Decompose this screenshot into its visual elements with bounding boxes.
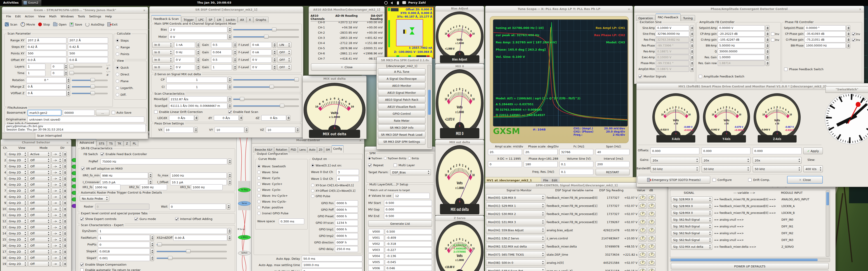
spinner[interactable] xyxy=(766,31,769,37)
mixer-flevel-field[interactable]: 0 V xyxy=(251,64,272,70)
close-icon[interactable]: × xyxy=(859,7,862,11)
scan-area-view[interactable] xyxy=(396,19,423,46)
movespd-slider[interactable] xyxy=(233,97,299,101)
wave-space-field[interactable]: 0.300 ms xyxy=(279,218,304,224)
gpio-field[interactable]: 0000 h xyxy=(335,207,358,213)
basename-field[interactable]: mark3-gen2 xyxy=(28,110,61,115)
signal-combo[interactable]: Sig: S62:Null-Signal xyxy=(671,230,712,236)
pac-field[interactable]: 0.18871 V xyxy=(656,66,689,72)
mixer-flevel-field[interactable]: 0 nA xyxy=(251,42,272,48)
open-button[interactable]: Open xyxy=(53,23,67,26)
fc-field[interactable]: 32766 xyxy=(559,149,593,155)
spinner[interactable] xyxy=(233,64,237,70)
spinner[interactable] xyxy=(846,43,850,48)
spinner[interactable] xyxy=(766,55,769,60)
spinner[interactable] xyxy=(63,225,67,230)
channel-dir-combo[interactable]: -> xyxy=(52,158,62,163)
rotation-field[interactable]: 0 ° xyxy=(26,77,66,83)
mixer-source-combo[interactable]: In 0 xyxy=(152,57,173,63)
spinner[interactable] xyxy=(196,64,200,70)
channel-view-combo[interactable]: Grey 2D xyxy=(7,237,28,242)
probe-dir-radio[interactable] xyxy=(368,157,371,160)
view-radio[interactable] xyxy=(116,93,119,96)
ci-phase-inv-checkbox[interactable] xyxy=(852,38,855,41)
tune-scope-titlebar[interactable]: Tune Scope -- X: PLL Res Amp LP Y: PLL R… xyxy=(485,6,633,12)
fb-switch-checkbox[interactable] xyxy=(101,153,104,156)
signal-combo[interactable]: Sig: S28:MIX 0 xyxy=(671,197,712,202)
tab[interactable]: TK xyxy=(115,140,123,146)
pac-field[interactable]: 1.88714 xyxy=(718,61,765,66)
show-expert-checkbox[interactable] xyxy=(80,217,84,221)
mv-field[interactable]: 0.500 xyxy=(384,200,432,206)
spinner[interactable] xyxy=(228,235,231,241)
view-radio[interactable] xyxy=(116,86,119,90)
cp-field[interactable]: 1 xyxy=(166,77,227,83)
signal-combo[interactable]: Sig: S28:MIX 0 xyxy=(671,203,712,209)
spinner[interactable] xyxy=(273,64,276,70)
spinner[interactable] xyxy=(846,31,850,37)
channel-dir-combo[interactable]: -> xyxy=(52,261,62,267)
channel-view-combo[interactable]: Grey 2D xyxy=(7,194,28,200)
voffset-slider[interactable] xyxy=(72,91,107,96)
gpio-field[interactable]: 250.0 ms xyxy=(335,246,358,252)
meter-icon-button[interactable] xyxy=(639,260,647,266)
pac-field[interactable]: 0.10000 V xyxy=(656,55,689,60)
monitor-signal-combo[interactable]: Mon[04]: S59:Bias Adjust xyxy=(486,227,545,234)
fastreturn-field[interactable]: 1 xyxy=(98,235,150,241)
channel-view-combo[interactable]: Grey 2D xyxy=(7,218,28,224)
emergency-stop-button[interactable]: Emergency STOP (GOTO Presets) xyxy=(638,176,710,183)
multi-layer-checkbox[interactable] xyxy=(394,164,397,167)
browse-button[interactable]: ... xyxy=(96,110,110,115)
offset-z-field[interactable]: 0.000 xyxy=(753,147,802,154)
diagram-node[interactable]: SERVO xyxy=(238,251,251,256)
meter-icon-button[interactable] xyxy=(648,243,655,249)
pac-field[interactable]: 0.00000 ° xyxy=(804,25,846,31)
spinner[interactable] xyxy=(66,77,70,83)
mixer-gain-field[interactable]: 0.5 xyxy=(211,42,232,48)
close-icon[interactable]: × xyxy=(627,7,631,11)
frqref-field[interactable]: 75000 Hz xyxy=(101,159,227,164)
spinner[interactable] xyxy=(63,176,67,181)
tab[interactable]: Tuning xyxy=(681,15,695,21)
tab[interactable]: PAC-Feedback xyxy=(655,13,681,21)
freq-res-field[interactable]: 0.1 xyxy=(559,169,593,175)
motor-slider[interactable] xyxy=(233,35,299,39)
channel-dir-combo[interactable]: -> xyxy=(52,151,62,157)
spinner[interactable] xyxy=(273,42,276,48)
channel-view-combo[interactable]: Grey 2D xyxy=(7,182,28,188)
vrange-slider[interactable] xyxy=(72,84,107,89)
phase-scale-field[interactable]: 20. xyxy=(524,149,558,155)
channel-mode-combo[interactable]: Off xyxy=(28,218,51,224)
wave1-ch-field[interactable]: 4 xyxy=(336,176,359,182)
spinner[interactable] xyxy=(690,66,694,72)
spinner[interactable] xyxy=(690,49,694,54)
motor-field[interactable]: 0 V xyxy=(168,34,227,40)
layers-slider[interactable] xyxy=(69,64,102,69)
spinner[interactable] xyxy=(66,84,70,90)
pac-field[interactable]: 0.00000 V xyxy=(718,25,765,31)
channel-dir-combo[interactable]: -> xyxy=(52,212,62,218)
movie-button[interactable]: Movie xyxy=(21,22,35,27)
repeat-checkbox[interactable] xyxy=(368,164,372,167)
phase-fb-switch-checkbox[interactable] xyxy=(784,68,787,71)
scanspd-field[interactable]: 61111.1 Å/s (300 Hz, 0.00666667 m xyxy=(169,103,227,109)
spinner[interactable] xyxy=(63,164,67,169)
menu-item[interactable]: Tools xyxy=(76,15,87,18)
tab[interactable]: Feedback & Scan xyxy=(151,15,181,23)
channel-mode-combo[interactable]: Off xyxy=(28,225,51,230)
bias-field[interactable]: 2 V xyxy=(168,27,227,33)
vx-field[interactable]: 10 xyxy=(164,127,193,133)
cp-amp-inv-checkbox[interactable] xyxy=(771,32,774,36)
meter-icon-button[interactable] xyxy=(639,203,647,209)
dynzoom-field[interactable]: 1 xyxy=(98,228,227,234)
view-radio[interactable] xyxy=(116,79,119,83)
mixer-source-combo[interactable]: In 0 xyxy=(152,64,173,70)
spinner[interactable] xyxy=(194,127,197,133)
prepts-slider[interactable] xyxy=(157,242,227,247)
internal-offset-checkbox[interactable] xyxy=(175,217,179,221)
slew-combo[interactable]: 400 V/s xyxy=(803,166,823,172)
channel-mode-combo[interactable]: Off xyxy=(28,170,51,175)
configure-checkbox[interactable] xyxy=(712,178,716,181)
probe-dir-radio[interactable] xyxy=(408,157,411,160)
close-icon[interactable]: × xyxy=(427,59,430,62)
